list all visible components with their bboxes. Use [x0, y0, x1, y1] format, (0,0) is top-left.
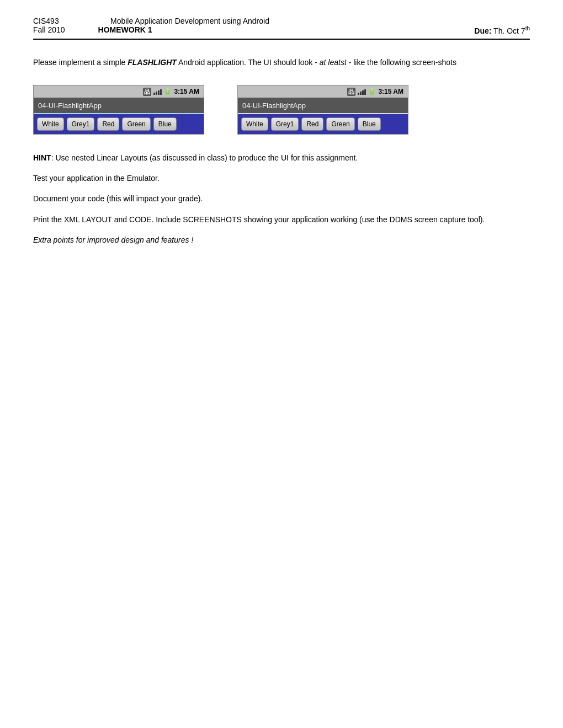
grid-icon-1: 品	[143, 88, 151, 96]
screenshot-2: 品 🔋 3:15 AM 04-UI-FlashlightApp White Gr…	[237, 85, 408, 135]
time-1: 3:15 AM	[174, 88, 199, 95]
signal-bars-1	[153, 88, 162, 95]
signal-bars-2	[358, 88, 366, 95]
page-header: CIS493 Mobile Application Development us…	[33, 17, 530, 40]
title-bar-2: 04-UI-FlashlightApp	[238, 98, 408, 113]
btn-grey1-1[interactable]: Grey1	[67, 117, 95, 131]
btn-green-1[interactable]: Green	[122, 117, 150, 131]
hint-label: HINT	[33, 153, 51, 162]
course-title: Mobile Application Development using And…	[77, 17, 530, 25]
btn-grey1-2[interactable]: Grey1	[271, 117, 299, 131]
btn-blue-2[interactable]: Blue	[358, 117, 381, 131]
due-date: Due: Th. Oct 7th	[474, 25, 530, 35]
btn-red-1[interactable]: Red	[97, 117, 119, 131]
status-bar-2: 品 🔋 3:15 AM	[238, 85, 408, 98]
test-line: Test your application in the Emulator.	[33, 172, 530, 185]
extra-points: Extra points for improved design and fea…	[33, 233, 530, 247]
hint-paragraph: HINT: Use nested Linear Layouts (as disc…	[33, 151, 530, 165]
btn-white-1[interactable]: White	[37, 117, 64, 131]
btn-white-2[interactable]: White	[241, 117, 268, 131]
title-bar-1: 04-UI-FlashlightApp	[34, 98, 204, 113]
btn-red-2[interactable]: Red	[301, 117, 323, 131]
screenshots-container: 品 🔋 3:15 AM 04-UI-FlashlightApp White Gr…	[33, 85, 530, 135]
status-bar-1: 品 🔋 3:15 AM	[34, 85, 204, 98]
assignment-label: HOMEWORK 1	[98, 25, 152, 34]
document-line: Document your code (this will impact you…	[33, 192, 530, 206]
btn-green-2[interactable]: Green	[326, 117, 354, 131]
battery-icon-1: 🔋	[164, 88, 172, 95]
app-name-italic: FLASHLIGHT	[128, 58, 177, 67]
button-bar-1: White Grey1 Red Green Blue	[34, 114, 204, 134]
grid-icon-2: 品	[347, 88, 355, 96]
screenshot-1: 品 🔋 3:15 AM 04-UI-FlashlightApp White Gr…	[33, 85, 204, 135]
intro-paragraph: Please implement a simple FLASHLIGHT And…	[33, 56, 530, 68]
battery-icon-2: 🔋	[368, 88, 376, 95]
button-bar-2: White Grey1 Red Green Blue	[238, 114, 408, 134]
course-code: CIS493	[33, 17, 77, 25]
btn-blue-1[interactable]: Blue	[153, 117, 177, 131]
at-least-italic: at leatst	[320, 58, 347, 67]
print-line: Print the XML LAYOUT and CODE. Include S…	[33, 213, 530, 227]
instructions-section: HINT: Use nested Linear Layouts (as disc…	[33, 151, 530, 247]
time-2: 3:15 AM	[378, 88, 403, 95]
semester: Fall 2010	[33, 25, 65, 35]
